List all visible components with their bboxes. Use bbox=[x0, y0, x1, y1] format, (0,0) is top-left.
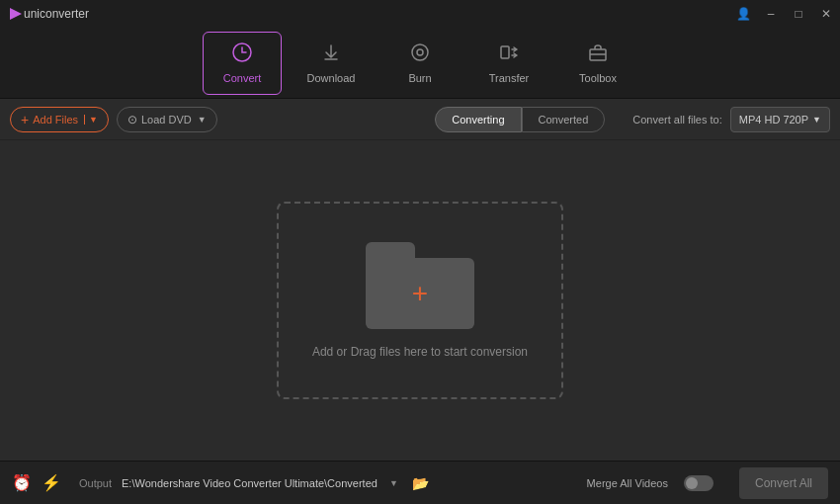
format-dropdown-arrow: ▼ bbox=[812, 115, 821, 125]
maximize-button[interactable]: □ bbox=[785, 0, 812, 28]
dvd-icon: ⊙ bbox=[127, 113, 137, 126]
svg-point-4 bbox=[417, 49, 423, 55]
tab-converting[interactable]: Converting bbox=[435, 107, 521, 132]
toggle-knob bbox=[686, 477, 698, 489]
nav-download[interactable]: Download bbox=[292, 32, 371, 95]
drop-zone[interactable]: + Add or Drag files here to start conver… bbox=[277, 202, 563, 399]
transfer-icon bbox=[498, 42, 520, 68]
tab-converted[interactable]: Converted bbox=[522, 107, 606, 132]
nav-transfer-label: Transfer bbox=[489, 72, 530, 84]
format-value: MP4 HD 720P bbox=[739, 114, 808, 126]
convert-icon bbox=[231, 42, 253, 68]
format-selector[interactable]: MP4 HD 720P ▼ bbox=[730, 107, 830, 132]
output-path-dropdown[interactable]: ▼ bbox=[389, 478, 398, 488]
nav-convert[interactable]: Convert bbox=[203, 32, 282, 95]
navbar: Convert Download Burn Transfer bbox=[0, 28, 840, 99]
lightning-icon[interactable]: ⚡ bbox=[42, 473, 61, 492]
toolbox-icon bbox=[587, 42, 609, 68]
svg-rect-5 bbox=[501, 46, 509, 58]
clock-icon[interactable]: ⏰ bbox=[12, 473, 32, 492]
titlebar: uniconverter 👤 – □ ✕ bbox=[0, 0, 840, 28]
load-dvd-button[interactable]: ⊙ Load DVD ▼ bbox=[117, 107, 217, 132]
plus-icon: + bbox=[21, 112, 29, 127]
load-dvd-label: Load DVD bbox=[141, 114, 192, 126]
folder-plus-icon: + bbox=[366, 258, 474, 329]
convert-all-button[interactable]: Convert All bbox=[739, 467, 828, 499]
load-dvd-dropdown-arrow[interactable]: ▼ bbox=[198, 115, 207, 125]
close-button[interactable]: ✕ bbox=[812, 0, 840, 28]
nav-convert-label: Convert bbox=[223, 72, 262, 84]
app-title: uniconverter bbox=[24, 7, 89, 21]
tab-group: Converting Converted bbox=[435, 107, 605, 132]
toolbar: + Add Files ▼ ⊙ Load DVD ▼ Converting Co… bbox=[0, 99, 840, 140]
drop-text: Add or Drag files here to start conversi… bbox=[312, 345, 528, 359]
convert-all-files-label: Convert all files to: bbox=[632, 114, 721, 126]
folder-icon: + bbox=[366, 242, 474, 329]
merge-toggle[interactable] bbox=[684, 475, 714, 491]
nav-download-label: Download bbox=[307, 72, 356, 84]
output-label: Output bbox=[79, 477, 112, 489]
nav-toolbox[interactable]: Toolbox bbox=[558, 32, 637, 95]
window-controls: 👤 – □ ✕ bbox=[729, 0, 840, 28]
svg-point-3 bbox=[412, 44, 428, 60]
download-icon bbox=[320, 42, 342, 68]
output-path: E:\Wondershare Video Converter Ultimate\… bbox=[122, 477, 378, 489]
minimize-button[interactable]: – bbox=[757, 0, 785, 28]
nav-transfer[interactable]: Transfer bbox=[469, 32, 548, 95]
merge-all-label: Merge All Videos bbox=[587, 477, 668, 489]
footer: ⏰ ⚡ Output E:\Wondershare Video Converte… bbox=[0, 461, 840, 504]
add-files-dropdown-arrow[interactable]: ▼ bbox=[84, 115, 98, 125]
main-content: + Add or Drag files here to start conver… bbox=[0, 140, 840, 461]
app-icon bbox=[8, 6, 24, 22]
svg-marker-0 bbox=[10, 8, 22, 20]
nav-burn-label: Burn bbox=[408, 72, 431, 84]
nav-toolbox-label: Toolbox bbox=[579, 72, 617, 84]
add-files-label: Add Files bbox=[33, 114, 78, 126]
user-icon[interactable]: 👤 bbox=[729, 0, 757, 28]
open-folder-icon[interactable]: 📂 bbox=[412, 475, 429, 491]
add-files-button[interactable]: + Add Files ▼ bbox=[10, 107, 109, 132]
burn-icon bbox=[409, 42, 431, 68]
nav-burn[interactable]: Burn bbox=[380, 32, 460, 95]
